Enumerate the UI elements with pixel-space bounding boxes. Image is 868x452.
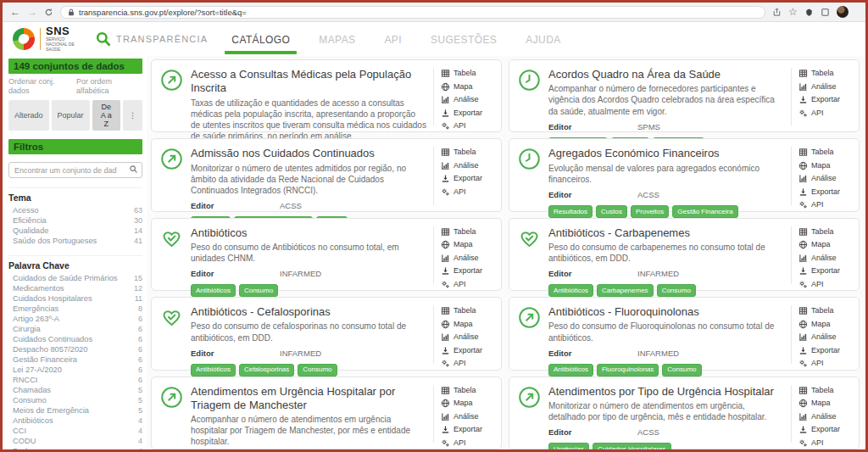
filter-item[interactable]: Meios de Emergência 5 (8, 405, 142, 416)
dataset-title[interactable]: Acesso a Consultas Médicas pela Populaçã… (191, 68, 426, 96)
dataset-action[interactable]: Tabela (441, 306, 494, 315)
dataset-action[interactable]: Exportar (798, 346, 852, 355)
dataset-action[interactable]: Análise (798, 82, 852, 92)
filter-item[interactable]: Despacho 8057/2020 6 (8, 344, 142, 354)
tag-pill[interactable]: Cefalosporinas (239, 364, 294, 377)
tag-pill[interactable]: Carbapenemes (597, 284, 654, 297)
dataset-action[interactable]: Exportar (441, 174, 494, 183)
dataset-action[interactable]: Tabela (441, 227, 494, 237)
dataset-action[interactable]: Tabela (441, 386, 494, 395)
dataset-action[interactable]: Mapa (441, 399, 494, 408)
dataset-title[interactable]: Antibióticos - Fluoroquinolonas (548, 305, 784, 319)
dataset-action[interactable]: API (441, 359, 494, 368)
dataset-action[interactable]: Exportar (441, 346, 494, 355)
tag-pill[interactable]: Antibióticos (548, 364, 593, 377)
dataset-action[interactable]: Exportar (441, 425, 494, 434)
search-input[interactable] (8, 162, 142, 178)
dataset-action[interactable]: API (798, 280, 852, 289)
dataset-action[interactable]: API (441, 438, 494, 448)
dataset-action[interactable]: Tabela (798, 227, 852, 237)
dataset-action[interactable]: Exportar (441, 266, 494, 276)
dataset-action[interactable]: Mapa (798, 399, 852, 408)
dataset-action[interactable]: Análise (798, 332, 852, 342)
dataset-action[interactable]: API (441, 121, 494, 131)
tag-pill[interactable]: Consumo (239, 284, 278, 297)
tag-pill[interactable]: Custos (596, 205, 627, 218)
dataset-action[interactable]: Tabela (798, 69, 852, 78)
dataset-action[interactable]: Análise (441, 254, 494, 263)
dataset-action[interactable]: API (798, 359, 852, 368)
dataset-action[interactable]: Análise (798, 174, 852, 183)
dataset-title[interactable]: Agregados Económico Financeiros (548, 147, 784, 160)
filter-item[interactable]: Gestão Financeira 6 (8, 354, 142, 365)
dataset-action[interactable]: Análise (441, 161, 494, 170)
dataset-title[interactable]: Antibióticos - Carbapenemes (548, 226, 784, 240)
dataset-action[interactable]: Mapa (441, 320, 494, 329)
url-bar[interactable]: transparencia.sns.gov.pt/explore/?sort=t… (60, 6, 765, 19)
bookmark-star-icon[interactable]: ☆ (788, 7, 798, 17)
dataset-action[interactable]: API (798, 438, 852, 448)
profile-avatar[interactable] (837, 6, 849, 18)
dataset-action[interactable]: Tabela (798, 306, 852, 315)
filter-item[interactable]: RNCCI 6 (8, 375, 142, 385)
filter-item[interactable]: Cirurgia 6 (8, 324, 142, 334)
nav-item[interactable]: MAPAS (317, 23, 357, 55)
tag-pill[interactable]: Urgências (548, 443, 589, 449)
tag-pill[interactable]: Consumo (298, 364, 337, 377)
dataset-action[interactable]: Mapa (798, 240, 852, 249)
dataset-action[interactable]: Mapa (441, 240, 494, 249)
filter-item[interactable]: Eficiência 30 (8, 215, 142, 226)
tag-pill[interactable]: Gestão Financeira (672, 205, 737, 218)
tag-pill[interactable]: Antibióticos (191, 284, 236, 297)
dataset-title[interactable]: Acordos Quadro na Área da Saúde (548, 68, 784, 81)
forward-icon[interactable]: → (27, 7, 37, 17)
filter-item[interactable]: Saúde dos Portugueses 41 (8, 236, 142, 246)
transparencia-brand[interactable]: TRANSPARÊNCIA (95, 31, 208, 47)
dataset-action[interactable]: Análise (798, 412, 852, 421)
tag-pill[interactable]: Proveitos (631, 205, 669, 218)
tag-pill[interactable]: Antibióticos (191, 364, 236, 377)
dataset-title[interactable]: Antibióticos (191, 226, 426, 240)
filter-item[interactable]: Emergências 8 (8, 304, 142, 314)
sns-logo[interactable]: SNS Serviço Nacional de Saúde (13, 25, 83, 52)
share-icon[interactable] (772, 8, 782, 17)
filter-item[interactable]: Chamadas 5 (8, 385, 142, 395)
tag-pill[interactable]: Cuidados Hospitalares (593, 443, 671, 449)
tag-pill[interactable]: Resultados (548, 205, 593, 218)
side-panel-icon[interactable] (821, 8, 830, 17)
dataset-action[interactable]: Tabela (441, 69, 494, 78)
tag-pill[interactable]: Consumo (657, 284, 696, 297)
filter-item[interactable]: Cuidados Continuados 6 (8, 334, 142, 344)
dataset-action[interactable]: Análise (798, 254, 852, 263)
dataset-action[interactable]: API (798, 200, 852, 209)
dataset-action[interactable]: Mapa (798, 161, 852, 170)
filter-item[interactable]: CODU 4 (8, 436, 142, 446)
filter-item[interactable]: Cuidados Hospitalares 11 (8, 293, 142, 304)
sort-button[interactable]: Alterado (8, 100, 49, 131)
dataset-action[interactable]: Tabela (798, 148, 852, 157)
tag-pill[interactable]: Consumo (662, 364, 701, 377)
extensions-icon[interactable] (804, 8, 814, 17)
dataset-action[interactable]: Análise (441, 412, 494, 421)
nav-item[interactable]: AJUDA (524, 23, 562, 55)
tag-pill[interactable]: Fluoroquinolonas (597, 364, 659, 377)
dataset-action[interactable]: Mapa (798, 320, 852, 329)
dataset-action[interactable]: API (441, 280, 494, 289)
filter-item[interactable]: Cuidados de Saúde Primários 15 (8, 273, 142, 283)
filter-item[interactable]: Artigo 263º-A 6 (8, 314, 142, 324)
filter-item[interactable]: CCI 4 (8, 426, 142, 436)
nav-item[interactable]: SUGESTÕES (429, 23, 498, 55)
sort-button[interactable]: ⋮ (123, 100, 142, 131)
dataset-action[interactable]: Análise (441, 332, 494, 342)
dataset-action[interactable]: Tabela (798, 386, 852, 395)
filter-item[interactable]: Antibióticos 4 (8, 416, 142, 426)
dataset-title[interactable]: Atendimentos em Urgência Hospitalar por … (191, 385, 426, 413)
nav-item[interactable]: API (382, 23, 403, 55)
dataset-title[interactable]: Antibióticos - Cefalosporinas (191, 305, 426, 319)
filter-item[interactable]: Dadores 4 (8, 446, 142, 449)
dataset-action[interactable]: Mapa (441, 82, 494, 92)
sort-button[interactable]: De A a Z (92, 100, 120, 131)
dataset-action[interactable]: Exportar (798, 425, 852, 434)
dataset-title[interactable]: Admissão nos Cuidados Continuados (191, 147, 426, 160)
back-icon[interactable]: ← (10, 7, 20, 17)
